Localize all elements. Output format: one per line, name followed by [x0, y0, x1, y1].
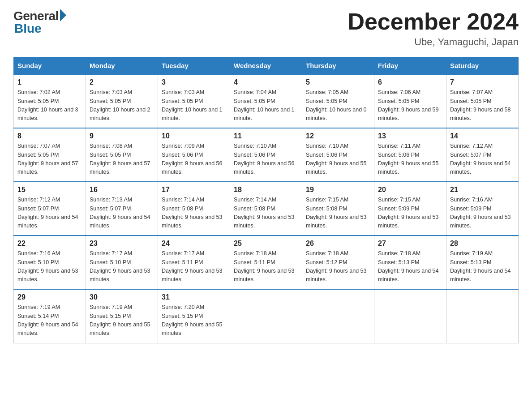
calendar-cell: 19 Sunrise: 7:15 AMSunset: 5:08 PMDaylig… — [302, 182, 374, 235]
calendar-cell: 26 Sunrise: 7:18 AMSunset: 5:12 PMDaylig… — [302, 235, 374, 289]
calendar-cell: 29 Sunrise: 7:19 AMSunset: 5:14 PMDaylig… — [14, 289, 86, 343]
header-tuesday: Tuesday — [158, 57, 230, 75]
day-info: Sunrise: 7:19 AMSunset: 5:14 PMDaylight:… — [17, 303, 82, 338]
day-number: 28 — [450, 240, 515, 248]
day-number: 10 — [162, 132, 226, 140]
day-info: Sunrise: 7:17 AMSunset: 5:10 PMDaylight:… — [90, 249, 154, 284]
day-info: Sunrise: 7:14 AMSunset: 5:08 PMDaylight:… — [234, 196, 298, 231]
day-info: Sunrise: 7:05 AMSunset: 5:05 PMDaylight:… — [306, 88, 370, 123]
day-number: 8 — [17, 132, 82, 140]
calendar-cell: 9 Sunrise: 7:08 AMSunset: 5:05 PMDayligh… — [86, 128, 158, 182]
day-number: 6 — [378, 78, 442, 86]
calendar-table: SundayMondayTuesdayWednesdayThursdayFrid… — [13, 57, 519, 343]
day-number: 20 — [378, 186, 442, 194]
calendar-cell: 11 Sunrise: 7:10 AMSunset: 5:06 PMDaylig… — [230, 128, 302, 182]
header-thursday: Thursday — [302, 57, 374, 75]
calendar-cell: 16 Sunrise: 7:13 AMSunset: 5:07 PMDaylig… — [86, 182, 158, 235]
calendar-cell: 23 Sunrise: 7:17 AMSunset: 5:10 PMDaylig… — [86, 235, 158, 289]
day-info: Sunrise: 7:13 AMSunset: 5:07 PMDaylight:… — [90, 196, 154, 231]
day-number: 4 — [234, 78, 298, 86]
logo-arrow-icon — [60, 9, 66, 21]
calendar-cell: 13 Sunrise: 7:11 AMSunset: 5:06 PMDaylig… — [374, 128, 446, 182]
day-info: Sunrise: 7:02 AMSunset: 5:05 PMDaylight:… — [17, 88, 82, 123]
calendar-cell: 5 Sunrise: 7:05 AMSunset: 5:05 PMDayligh… — [302, 74, 374, 128]
day-number: 12 — [306, 132, 370, 140]
header-friday: Friday — [374, 57, 446, 75]
calendar-cell — [446, 289, 519, 343]
calendar-cell: 20 Sunrise: 7:15 AMSunset: 5:09 PMDaylig… — [374, 182, 446, 235]
day-number: 15 — [17, 186, 82, 194]
day-info: Sunrise: 7:07 AMSunset: 5:05 PMDaylight:… — [450, 88, 515, 123]
logo-blue-text: Blue — [14, 21, 42, 36]
day-number: 30 — [90, 293, 154, 301]
calendar-cell: 28 Sunrise: 7:19 AMSunset: 5:13 PMDaylig… — [446, 235, 519, 289]
calendar-cell: 8 Sunrise: 7:07 AMSunset: 5:05 PMDayligh… — [14, 128, 86, 182]
calendar-cell: 7 Sunrise: 7:07 AMSunset: 5:05 PMDayligh… — [446, 74, 519, 128]
day-number: 11 — [234, 132, 298, 140]
day-info: Sunrise: 7:11 AMSunset: 5:06 PMDaylight:… — [378, 142, 442, 177]
subtitle: Ube, Yamaguchi, Japan — [348, 36, 519, 48]
calendar-week-row: 29 Sunrise: 7:19 AMSunset: 5:14 PMDaylig… — [14, 289, 519, 343]
header-wednesday: Wednesday — [230, 57, 302, 75]
day-info: Sunrise: 7:18 AMSunset: 5:12 PMDaylight:… — [306, 249, 370, 284]
header-sunday: Sunday — [14, 57, 86, 75]
calendar-cell: 27 Sunrise: 7:18 AMSunset: 5:13 PMDaylig… — [374, 235, 446, 289]
day-number: 5 — [306, 78, 370, 86]
day-info: Sunrise: 7:14 AMSunset: 5:08 PMDaylight:… — [162, 196, 226, 231]
day-number: 18 — [234, 186, 298, 194]
header-monday: Monday — [86, 57, 158, 75]
title-block: December 2024 Ube, Yamaguchi, Japan — [348, 9, 519, 48]
day-number: 29 — [17, 293, 82, 301]
calendar-week-row: 15 Sunrise: 7:12 AMSunset: 5:07 PMDaylig… — [14, 182, 519, 235]
day-info: Sunrise: 7:07 AMSunset: 5:05 PMDaylight:… — [17, 142, 82, 177]
day-info: Sunrise: 7:06 AMSunset: 5:05 PMDaylight:… — [378, 88, 442, 123]
calendar-cell: 25 Sunrise: 7:18 AMSunset: 5:11 PMDaylig… — [230, 235, 302, 289]
day-number: 2 — [90, 78, 154, 86]
day-number: 21 — [450, 186, 515, 194]
calendar-cell: 4 Sunrise: 7:04 AMSunset: 5:05 PMDayligh… — [230, 74, 302, 128]
calendar-cell: 21 Sunrise: 7:16 AMSunset: 5:09 PMDaylig… — [446, 182, 519, 235]
page-header: General Blue December 2024 Ube, Yamaguch… — [13, 9, 519, 48]
day-info: Sunrise: 7:10 AMSunset: 5:06 PMDaylight:… — [234, 142, 298, 177]
calendar-cell — [302, 289, 374, 343]
calendar-cell — [374, 289, 446, 343]
day-info: Sunrise: 7:17 AMSunset: 5:11 PMDaylight:… — [162, 249, 226, 284]
calendar-week-row: 22 Sunrise: 7:16 AMSunset: 5:10 PMDaylig… — [14, 235, 519, 289]
day-info: Sunrise: 7:09 AMSunset: 5:06 PMDaylight:… — [162, 142, 226, 177]
day-number: 27 — [378, 240, 442, 248]
day-info: Sunrise: 7:10 AMSunset: 5:06 PMDaylight:… — [306, 142, 370, 177]
day-info: Sunrise: 7:20 AMSunset: 5:15 PMDaylight:… — [162, 303, 226, 338]
day-info: Sunrise: 7:18 AMSunset: 5:11 PMDaylight:… — [234, 249, 298, 284]
day-number: 1 — [17, 78, 82, 86]
day-info: Sunrise: 7:12 AMSunset: 5:07 PMDaylight:… — [450, 142, 515, 177]
calendar-cell — [230, 289, 302, 343]
day-info: Sunrise: 7:12 AMSunset: 5:07 PMDaylight:… — [17, 196, 82, 231]
main-title: December 2024 — [348, 9, 519, 34]
day-info: Sunrise: 7:04 AMSunset: 5:05 PMDaylight:… — [234, 88, 298, 123]
calendar-cell: 17 Sunrise: 7:14 AMSunset: 5:08 PMDaylig… — [158, 182, 230, 235]
day-info: Sunrise: 7:15 AMSunset: 5:08 PMDaylight:… — [306, 196, 370, 231]
header-saturday: Saturday — [446, 57, 519, 75]
day-number: 22 — [17, 240, 82, 248]
calendar-header-row: SundayMondayTuesdayWednesdayThursdayFrid… — [14, 57, 519, 75]
calendar-cell: 18 Sunrise: 7:14 AMSunset: 5:08 PMDaylig… — [230, 182, 302, 235]
day-number: 24 — [162, 240, 226, 248]
day-info: Sunrise: 7:19 AMSunset: 5:15 PMDaylight:… — [90, 303, 154, 338]
calendar-cell: 10 Sunrise: 7:09 AMSunset: 5:06 PMDaylig… — [158, 128, 230, 182]
calendar-cell: 1 Sunrise: 7:02 AMSunset: 5:05 PMDayligh… — [14, 74, 86, 128]
calendar-cell: 15 Sunrise: 7:12 AMSunset: 5:07 PMDaylig… — [14, 182, 86, 235]
calendar-cell: 30 Sunrise: 7:19 AMSunset: 5:15 PMDaylig… — [86, 289, 158, 343]
day-number: 19 — [306, 186, 370, 194]
day-info: Sunrise: 7:19 AMSunset: 5:13 PMDaylight:… — [450, 249, 515, 284]
day-number: 16 — [90, 186, 154, 194]
day-number: 3 — [162, 78, 226, 86]
day-info: Sunrise: 7:15 AMSunset: 5:09 PMDaylight:… — [378, 196, 442, 231]
calendar-cell: 31 Sunrise: 7:20 AMSunset: 5:15 PMDaylig… — [158, 289, 230, 343]
day-number: 26 — [306, 240, 370, 248]
calendar-cell: 12 Sunrise: 7:10 AMSunset: 5:06 PMDaylig… — [302, 128, 374, 182]
day-number: 23 — [90, 240, 154, 248]
calendar-cell: 6 Sunrise: 7:06 AMSunset: 5:05 PMDayligh… — [374, 74, 446, 128]
day-number: 31 — [162, 293, 226, 301]
day-number: 17 — [162, 186, 226, 194]
day-info: Sunrise: 7:18 AMSunset: 5:13 PMDaylight:… — [378, 249, 442, 284]
